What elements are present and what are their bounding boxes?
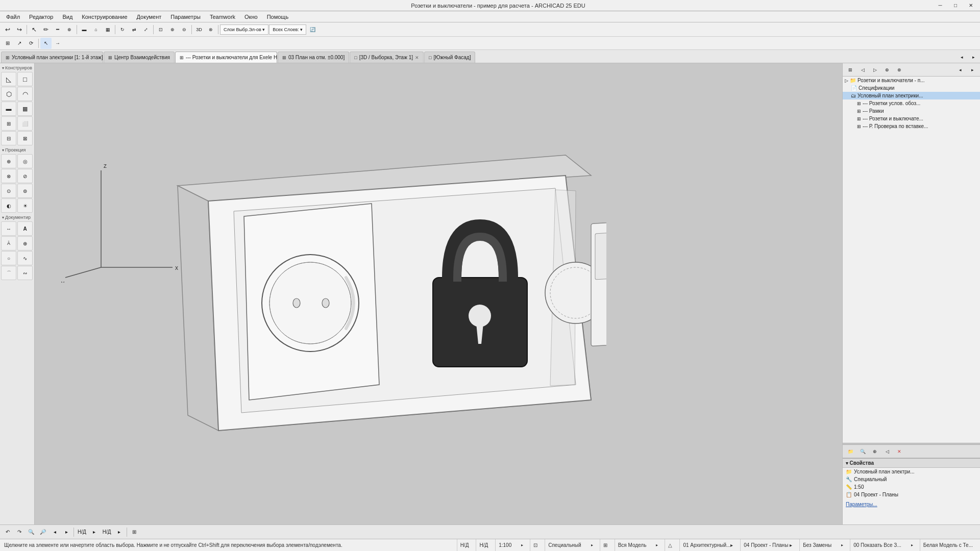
tb2-select[interactable]: ⊞ [2,38,13,49]
tb2-cursor-arrow[interactable]: ↖ [40,38,52,49]
tool-poly[interactable]: ⬡ [1,87,16,101]
rp-btn-1[interactable]: ⊞ [845,64,856,76]
tool-globe[interactable]: ◎ [17,154,33,168]
bt-grid-icon[interactable]: ⊞ [129,527,140,538]
tab-2[interactable]: ⊞ Центр Взаимодействия [104,52,175,63]
menu-window[interactable]: Окно [240,12,262,22]
tool-sun[interactable]: ☀ [17,198,33,213]
menu-construct[interactable]: Конструирование [78,12,131,22]
rp-btn-5[interactable]: ⊗ [894,64,905,76]
menu-help[interactable]: Помощь [263,12,293,22]
status-noreplace[interactable]: Без Замены [799,539,835,551]
rp-btn-7[interactable]: ▸ [967,64,978,76]
tb-line[interactable]: ━ [52,24,63,35]
tool-plus-minus[interactable]: ⊕ [1,154,16,168]
tb2-arrow[interactable]: ↗ [14,38,25,49]
tb-undo[interactable]: ↩ [2,24,13,35]
rp-btn-2[interactable]: ◁ [857,64,868,76]
rp-btn-3[interactable]: ▷ [869,64,880,76]
tb-3d[interactable]: 3D [193,24,205,35]
tb-fill[interactable]: ▦ [102,24,113,35]
tool-line[interactable]: ◺ [1,72,16,86]
tool-ortho[interactable]: ⊗ [1,169,16,183]
tb-roof[interactable]: ⌂ [90,24,102,35]
tool-column[interactable]: ⊠ [17,131,33,145]
bt-undo[interactable]: ↶ [2,527,13,538]
tb-alllayers-dropdown[interactable]: Всех Слоев: ▾ [269,24,306,35]
section-projection[interactable]: Проекция [1,146,33,153]
status-arch[interactable]: 01 Архитектурный...▸ [679,539,736,551]
tb2-orbit[interactable]: ⟳ [26,38,37,49]
tab-scroll-right[interactable]: ▸ [968,52,979,63]
status-scale-arrow[interactable]: ▸ [519,540,526,551]
tool-grid[interactable]: ⊞ [1,116,16,131]
maximize-button[interactable]: □ [948,1,963,10]
tool-wave[interactable]: ∿ [17,251,33,265]
status-special[interactable]: Специальный [545,539,584,551]
tab-5-close[interactable]: ✕ [415,55,419,60]
section-construct[interactable]: Конструиров [1,64,33,71]
section-document[interactable]: Документир [1,214,33,220]
status-project[interactable]: 04 Проект - Планы ▸ [740,539,795,551]
tool-label[interactable]: ⊕ [17,236,33,251]
tb-wall[interactable]: ▬ [79,24,90,35]
rp-bottom-btn5[interactable]: ✕ [894,446,905,457]
tree-item-check[interactable]: ⊞ --- Р. Проверка по вставке... [843,122,980,130]
tree-item-frames[interactable]: ⊞ --- Рамки [843,107,980,115]
minimize-button[interactable]: ─ [933,1,947,10]
tb-move[interactable]: ⤢ [140,24,152,35]
status-white[interactable]: Белая Модель с Те... [920,539,976,551]
tree-item-switches[interactable]: ⊞ --- Розетки и выключате... [843,115,980,122]
tool-textA[interactable]: Ā [1,236,16,251]
tb2-cursor2[interactable]: → [52,38,63,49]
tb-refresh[interactable]: 🔄 [307,24,318,35]
tool-render[interactable]: ◐ [1,198,16,213]
menu-editor[interactable]: Редактор [25,12,57,22]
tab-3[interactable]: ⊞ --- Розетки и выключатели для Exele H.… [175,52,277,63]
tool-iso[interactable]: ⊚ [17,184,33,198]
status-special-arrow[interactable]: ▸ [589,540,596,551]
bt-prev[interactable]: ◂ [49,527,60,538]
rp-bottom-btn1[interactable]: 📁 [845,446,856,457]
status-showall-arrow[interactable]: ▸ [909,540,916,551]
tree-item-specs[interactable]: 📄 Спецификации [843,84,980,92]
tool-curve[interactable]: ⌒ [1,266,16,280]
bt-next[interactable]: ▸ [61,527,72,538]
tab-6[interactable]: □ [Южный Фасад] [424,52,475,63]
status-scale[interactable]: 1:100 [495,539,514,551]
status-noreplace-arrow[interactable]: ▸ [839,540,846,551]
close-button[interactable]: ✕ [964,1,978,10]
tool-arc[interactable]: ◠ [17,87,33,101]
menu-params[interactable]: Параметры [166,12,205,22]
tool-spiral[interactable]: ∾ [17,266,33,280]
tb-zoom-in[interactable]: ⊕ [167,24,178,35]
tb-zoom-fit[interactable]: ⊡ [155,24,166,35]
canvas-area[interactable]: z y x [35,63,842,524]
tb-cursor[interactable]: ↖ [29,24,40,35]
tb-layers-dropdown[interactable]: Слои Выбр.Эл-ов ▾ [220,24,268,35]
tool-wall[interactable]: ▬ [1,102,16,116]
menu-file[interactable]: Файл [2,12,24,22]
bt-zoom-out2[interactable]: 🔍 [26,527,37,538]
tool-perspective[interactable]: ⊘ [17,169,33,183]
tool-text[interactable]: A [17,221,33,236]
tab-1[interactable]: ⊞ Условный план электрики [1: 1-й этаж] [1,52,103,63]
status-model-arrow[interactable]: ▸ [653,540,660,551]
menu-view[interactable]: Вид [58,12,77,22]
prop-params-label[interactable]: Параметры... [846,502,877,507]
bt-arrow2[interactable]: ▸ [114,527,125,538]
rp-btn-6[interactable]: ◂ [954,64,966,76]
bt-redo[interactable]: ↷ [14,527,25,538]
rp-btn-4[interactable]: ⊕ [881,64,893,76]
tree-item-plan[interactable]: 🗂 Условный план электрики... [843,92,980,99]
tool-circle2[interactable]: ○ [1,251,16,265]
tb-pencil[interactable]: ✏ [40,24,52,35]
tb-redo[interactable]: ↪ [14,24,25,35]
tb-snap[interactable]: ⊕ [64,24,75,35]
tree-item-sockets[interactable]: ⊞ --- Розетки услов. обоз... [843,99,980,107]
rp-bottom-btn2[interactable]: 🔍 [857,446,868,457]
tb-section[interactable]: ⊗ [205,24,216,35]
status-model[interactable]: Вся Модель [615,539,650,551]
tool-fill[interactable]: ▦ [17,102,33,116]
bt-arrow1[interactable]: ▸ [89,527,100,538]
